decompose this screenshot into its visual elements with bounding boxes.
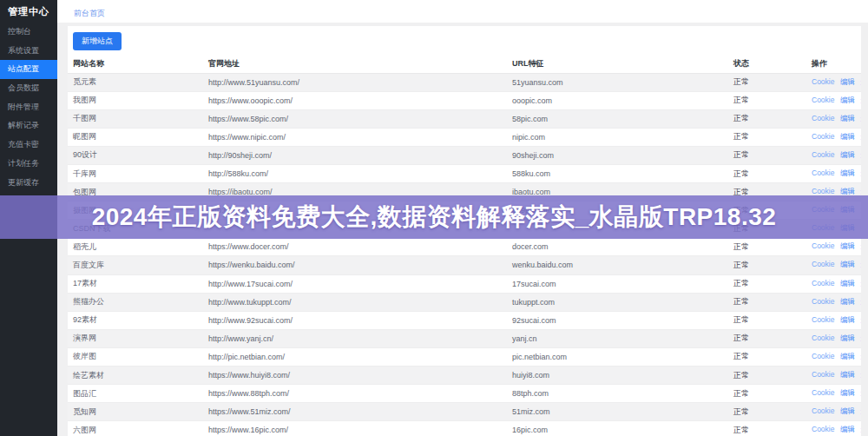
cookie-link[interactable]: Cookie (812, 168, 834, 177)
table-header-row: 网站名称 官网地址 URL特征 状态 操作 (68, 56, 861, 73)
site-url-cell: https://www.88tph.com/ (203, 385, 507, 403)
sidebar-item-8[interactable]: 更新缓存 (0, 174, 57, 193)
edit-link[interactable]: 编辑 (840, 132, 855, 141)
site-url-cell: http://pic.netbian.com/ (203, 347, 507, 366)
sites-table: 网站名称 官网地址 URL特征 状态 操作 觅元素 http://www.51y… (68, 56, 861, 436)
url-feature-cell: 90sheji.com (507, 146, 728, 164)
ad-banner-overlay: 2024年正版资料免费大全,数据资料解释落实_水晶版TRP18.32 (0, 195, 868, 239)
sidebar-item-3[interactable]: 会员数据 (0, 79, 57, 98)
edit-link[interactable]: 编辑 (840, 77, 855, 86)
table-row: 彼岸图 http://pic.netbian.com/ pic.netbian.… (68, 347, 861, 366)
edit-link[interactable]: 编辑 (840, 260, 855, 268)
edit-link[interactable]: 编辑 (840, 168, 855, 177)
sidebar-item-7[interactable]: 计划任务 (0, 155, 57, 174)
edit-link[interactable]: 编辑 (840, 425, 855, 433)
edit-link[interactable]: 编辑 (840, 150, 855, 159)
cookie-link[interactable]: Cookie (812, 150, 834, 159)
edit-link[interactable]: 编辑 (840, 352, 855, 360)
cookie-link[interactable]: Cookie (812, 352, 834, 360)
delete-link[interactable]: 删除 (861, 187, 862, 195)
status-cell: 正常 (728, 128, 806, 146)
col-header-status: 状态 (728, 56, 806, 73)
delete-link[interactable]: 删除 (861, 334, 862, 342)
edit-link[interactable]: 编辑 (840, 96, 855, 104)
edit-link[interactable]: 编辑 (840, 334, 855, 342)
edit-link[interactable]: 编辑 (840, 114, 855, 122)
actions-cell: Cookie 编辑 删除 (806, 146, 861, 164)
edit-link[interactable]: 编辑 (840, 297, 855, 306)
cookie-link[interactable]: Cookie (812, 279, 834, 287)
delete-link[interactable]: 删除 (861, 297, 862, 306)
delete-link[interactable]: 删除 (861, 132, 862, 141)
delete-link[interactable]: 删除 (861, 96, 862, 104)
cookie-link[interactable]: Cookie (812, 241, 834, 250)
edit-link[interactable]: 编辑 (840, 315, 855, 324)
status-cell: 正常 (728, 238, 806, 256)
cookie-link[interactable]: Cookie (812, 96, 834, 104)
cookie-link[interactable]: Cookie (812, 260, 834, 268)
actions-cell: Cookie 编辑 删除 (806, 128, 861, 146)
url-feature-cell: 51yuansu.com (507, 73, 728, 91)
actions-cell: Cookie 编辑 删除 (806, 403, 861, 421)
edit-link[interactable]: 编辑 (840, 241, 855, 250)
status-cell: 正常 (728, 109, 806, 128)
table-row: 稻壳儿 https://www.docer.com/ docer.com 正常 … (68, 238, 861, 256)
edit-link[interactable]: 编辑 (840, 279, 855, 287)
cookie-link[interactable]: Cookie (812, 297, 834, 306)
site-url-cell: http://www.yanj.cn/ (203, 329, 507, 347)
sidebar-item-5[interactable]: 解析记录 (0, 116, 57, 135)
url-feature-cell: nipic.com (507, 128, 728, 146)
site-url-cell: http://www.92sucai.com/ (203, 311, 507, 329)
edit-link[interactable]: 编辑 (840, 388, 855, 397)
site-name-cell: 百度文库 (68, 256, 203, 274)
site-url-cell: http://588ku.com/ (203, 164, 507, 182)
delete-link[interactable]: 删除 (861, 279, 862, 287)
site-name-cell: 六图网 (68, 421, 203, 436)
delete-link[interactable]: 删除 (861, 150, 862, 159)
site-name-cell: 熊猫办公 (68, 293, 203, 311)
cookie-link[interactable]: Cookie (812, 187, 834, 195)
edit-link[interactable]: 编辑 (840, 370, 855, 379)
delete-link[interactable]: 删除 (861, 77, 862, 86)
cookie-link[interactable]: Cookie (812, 315, 834, 324)
delete-link[interactable]: 删除 (861, 315, 862, 324)
url-feature-cell: ooopic.com (507, 91, 728, 109)
delete-link[interactable]: 删除 (861, 370, 862, 379)
sidebar-item-4[interactable]: 附件管理 (0, 98, 57, 117)
cookie-link[interactable]: Cookie (812, 425, 834, 433)
cookie-link[interactable]: Cookie (812, 370, 834, 379)
sidebar-item-2[interactable]: 站点配置 (0, 60, 57, 79)
cookie-link[interactable]: Cookie (812, 388, 834, 397)
edit-link[interactable]: 编辑 (840, 406, 855, 415)
delete-link[interactable]: 删除 (861, 168, 862, 177)
edit-link[interactable]: 编辑 (840, 187, 855, 195)
delete-link[interactable]: 删除 (861, 352, 862, 360)
actions-cell: Cookie 编辑 删除 (806, 164, 861, 182)
delete-link[interactable]: 删除 (861, 406, 862, 415)
cookie-link[interactable]: Cookie (812, 406, 834, 415)
breadcrumb-home-link[interactable]: 前台首页 (74, 9, 105, 17)
table-row: 熊猫办公 http://www.tukuppt.com/ tukuppt.com… (68, 293, 861, 311)
sidebar-item-1[interactable]: 系统设置 (0, 42, 57, 61)
actions-cell: Cookie 编辑 删除 (806, 347, 861, 366)
delete-link[interactable]: 删除 (861, 260, 862, 268)
delete-link[interactable]: 删除 (861, 388, 862, 397)
add-site-button[interactable]: 新增站点 (73, 32, 122, 50)
delete-link[interactable]: 删除 (861, 425, 862, 433)
cookie-link[interactable]: Cookie (812, 132, 834, 141)
table-row: 昵图网 https://www.nipic.com/ nipic.com 正常 … (68, 128, 861, 146)
url-feature-cell: 58pic.com (507, 109, 728, 128)
table-row: 千库网 http://588ku.com/ 588ku.com 正常 Cooki… (68, 164, 861, 182)
site-name-cell: 92素材 (68, 311, 203, 329)
actions-cell: Cookie 编辑 删除 (806, 311, 861, 329)
delete-link[interactable]: 删除 (861, 241, 862, 250)
table-row: 92素材 http://www.92sucai.com/ 92sucai.com… (68, 311, 861, 329)
cookie-link[interactable]: Cookie (812, 334, 834, 342)
sidebar-item-0[interactable]: 控制台 (0, 23, 57, 42)
delete-link[interactable]: 删除 (861, 114, 862, 122)
table-row: 图品汇 https://www.88tph.com/ 88tph.com 正常 … (68, 385, 861, 403)
site-url-cell: https://www.docer.com/ (203, 238, 507, 256)
cookie-link[interactable]: Cookie (812, 77, 834, 86)
cookie-link[interactable]: Cookie (812, 114, 834, 122)
sidebar-item-6[interactable]: 充值卡密 (0, 135, 57, 155)
